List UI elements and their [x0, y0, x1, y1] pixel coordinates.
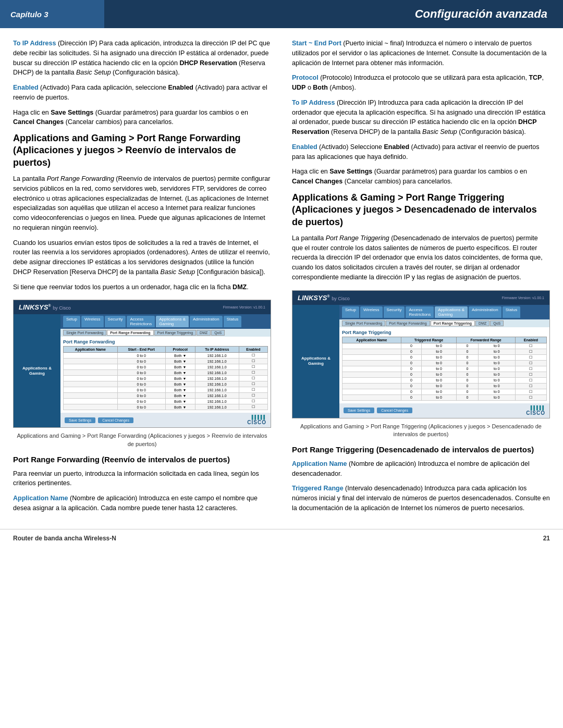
nav-admin-1[interactable]: Administration	[190, 316, 223, 327]
title-text: Configuración avanzada	[415, 7, 547, 21]
sub-portrange-1[interactable]: Port Range Forwarding	[107, 330, 153, 336]
intro-p1: To IP Address (Dirección IP) Para cada a…	[13, 39, 271, 78]
table-row: 0 to 0Both ▼192.168.1.0☐	[64, 381, 268, 387]
section1-p2: Cuando los usuarios envían estos tipos d…	[13, 238, 271, 277]
sub-triggering-2[interactable]: Port Range Triggering	[431, 320, 475, 326]
nav-admin-2[interactable]: Administration	[469, 306, 501, 318]
app-name-label-right: Application Name	[292, 460, 347, 467]
screenshot2-caption: Applications and Gaming > Port Range Tri…	[292, 423, 550, 439]
col-forwarded-2: Forwarded Range	[457, 337, 516, 343]
cisco-text-2: CISCO	[526, 410, 545, 416]
section2-field-appname-left: Application Name (Nombre de aplicación) …	[13, 493, 271, 513]
router-left-panel-2: Applications &Gaming	[292, 305, 339, 418]
table-row: 0 to 0Both ▼192.168.1.0☐	[64, 353, 268, 359]
page-title: Configuración avanzada	[104, 0, 563, 28]
page-header: Capítulo 3 Configuración avanzada	[0, 0, 563, 28]
col-appname-1: Application Name	[64, 347, 118, 353]
nav-security-1[interactable]: Security	[105, 316, 126, 327]
section2-field-triggered-right: Triggered Range (Intervalo desencadenado…	[292, 484, 550, 513]
footer-product: Router de banda ancha Wireless-N	[13, 535, 116, 542]
cancel-changes-btn-2[interactable]: Cancel Changes	[377, 408, 412, 413]
nav-security-2[interactable]: Security	[384, 306, 405, 318]
sub-single-2[interactable]: Single Port Forwarding	[342, 320, 385, 326]
router-bottom-2: Save Settings Cancel Changes ▌▌▌▌▌ CISCO	[339, 403, 549, 418]
table-row: 0 to 0Both ▼192.168.1.0☐	[64, 399, 268, 404]
firmware-ver-1: Firmware Version: v1.00.1	[223, 305, 265, 309]
col-toip-1: To IP Address	[195, 347, 239, 353]
col-enabled-1: Enabled	[239, 347, 267, 353]
router-body-2: Applications &Gaming Setup Wireless Secu…	[292, 305, 549, 418]
right-intro-p5: Haga clic en Save Settings (Guardar pará…	[292, 167, 550, 187]
sub-portrange-2[interactable]: Port Range Forwarding	[386, 320, 430, 326]
col-protocol-1: Protocol	[165, 347, 195, 353]
right-intro-p2: Protocol (Protocolo) Introduzca el proto…	[292, 73, 550, 93]
screenshot1-caption: Applications and Gaming > Port Range For…	[13, 432, 271, 448]
nav-status-2[interactable]: Status	[503, 306, 521, 318]
router-buttons-2: Save Settings Cancel Changes	[344, 408, 412, 413]
nav-appgaming-2[interactable]: Applications &Gaming	[435, 306, 468, 318]
router-header-2: LINKSYS® by Cisco Firmware Version: v1.0…	[292, 291, 549, 305]
save-settings-btn-1[interactable]: Save Settings	[65, 417, 95, 423]
triggered-range-label: Triggered Range	[292, 485, 344, 492]
section2-p1-left: Para reenviar un puerto, introduzca la i…	[13, 469, 271, 489]
router-nav-2: Setup Wireless Security AccessRestrictio…	[339, 305, 549, 319]
main-content: To IP Address (Dirección IP) Para cada a…	[0, 28, 563, 519]
router-screenshot-1: LINKSYS® by Cisco Firmware Version: v1.0…	[13, 300, 271, 428]
save-settings-btn-2[interactable]: Save Settings	[344, 408, 374, 413]
cancel-changes-btn-1[interactable]: Cancel Changes	[98, 417, 133, 423]
right-intro-p4: Enabled (Activado) Seleccione Enabled (A…	[292, 142, 550, 162]
section1-heading-right: Applications & Gaming > Port Range Trigg…	[292, 192, 550, 228]
cisco-bars-2: ▌▌▌▌▌	[526, 405, 545, 410]
tcp-bold: TCP	[529, 74, 542, 81]
table-row: 0 to 0Both ▼192.168.1.0☐	[64, 404, 268, 410]
cancel-changes-bold-right: Cancel Changes	[292, 178, 342, 185]
cisco-logo-1: ▌▌▌▌▌ CISCO	[247, 415, 266, 425]
both-bold: Both	[313, 84, 327, 91]
table-row: 0to 00to 0☐	[342, 343, 547, 349]
sub-dmz-1[interactable]: DMZ	[197, 330, 211, 336]
col-enabled-2: Enabled	[515, 337, 546, 343]
table-row: 0 to 0Both ▼192.168.1.0☐	[64, 387, 268, 393]
router-main-body-1: Setup Wireless Security AccessRestrictio…	[60, 314, 271, 427]
col-triggered-2: Triggered Range	[401, 337, 456, 343]
sub-triggering-1[interactable]: Port Range Triggering	[154, 330, 196, 336]
section2-heading-right: Port Range Triggering (Desencadenado de …	[292, 445, 550, 455]
cisco-text-1: CISCO	[247, 419, 266, 425]
save-settings-bold-1: Save Settings	[51, 109, 93, 116]
cisco-bars-1: ▌▌▌▌▌	[247, 415, 266, 419]
router-bottom-1: Save Settings Cancel Changes ▌▌▌▌▌ CISCO	[60, 413, 271, 427]
nav-wireless-1[interactable]: Wireless	[81, 316, 104, 327]
right-intro-p3: To IP Address (Dirección IP) Introduzca …	[292, 98, 550, 137]
cancel-changes-bold-1: Cancel Changes	[13, 118, 64, 126]
col-appname-2: Application Name	[342, 337, 401, 343]
section1-p3: Si tiene que reenviar todos los puertos …	[13, 282, 271, 292]
save-settings-bold-right: Save Settings	[329, 168, 372, 175]
table-row: 0to 00to 0☐	[342, 354, 547, 360]
udp-bold: UDP	[292, 84, 305, 91]
footer-page: 21	[543, 535, 550, 542]
sub-single-1[interactable]: Single Port Forwarding	[63, 330, 106, 336]
router-body-1: Applications &Gaming Setup Wireless Secu…	[14, 314, 271, 427]
router-header-1: LINKSYS® by Cisco Firmware Version: v1.0…	[14, 300, 271, 314]
enabled-label-1: Enabled	[13, 84, 39, 91]
nav-status-1[interactable]: Status	[224, 316, 242, 327]
table-row: 0 to 0Both ▼192.168.1.0☐	[64, 364, 268, 370]
table-row: 0 to 0Both ▼192.168.1.0☐	[64, 359, 268, 364]
sub-qos-1[interactable]: QoS	[211, 330, 225, 336]
enabled-bold-right: Enabled	[384, 143, 409, 151]
enabled-label-right: Enabled	[292, 143, 317, 151]
table-row: 0to 00to 0☐	[342, 394, 547, 400]
nav-wireless-2[interactable]: Wireless	[360, 306, 383, 318]
nav-setup-2[interactable]: Setup	[342, 306, 359, 318]
table-row: 0 to 0Both ▼192.168.1.0☐	[64, 393, 268, 399]
nav-setup-1[interactable]: Setup	[63, 316, 80, 327]
app-name-label-left: Application Name	[13, 495, 68, 502]
nav-access-2[interactable]: AccessRestrictions	[406, 306, 434, 318]
cisco-logo-2: ▌▌▌▌▌ CISCO	[526, 405, 545, 416]
sub-dmz-2[interactable]: DMZ	[475, 320, 489, 326]
sub-qos-2[interactable]: QoS	[490, 320, 504, 326]
nav-access-1[interactable]: AccessRestrictions	[127, 316, 155, 327]
router-sub-nav-1: Single Port Forwarding Port Range Forwar…	[60, 329, 271, 337]
nav-appgaming-1[interactable]: Applications &Gaming	[156, 316, 189, 327]
table-row: 0to 00to 0☐	[342, 389, 547, 394]
